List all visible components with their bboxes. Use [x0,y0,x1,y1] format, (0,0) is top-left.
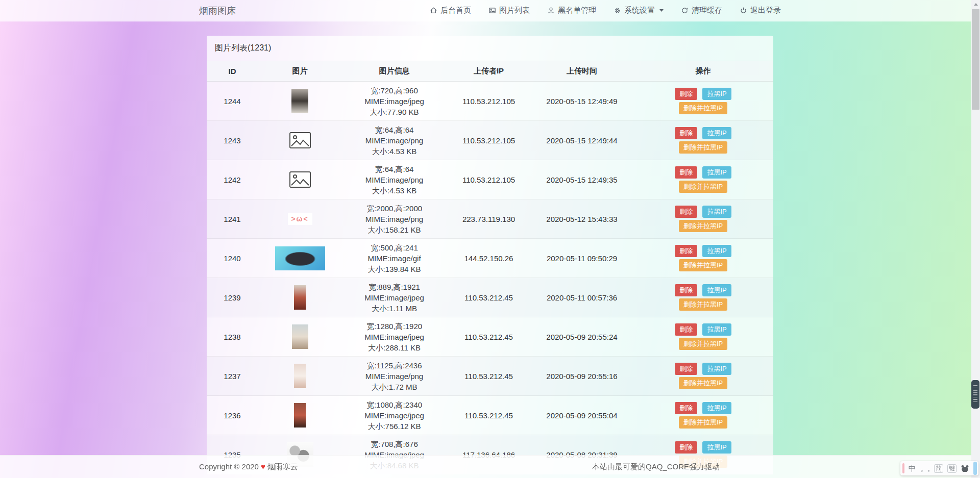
delete-button[interactable]: 删除 [675,402,697,414]
image-id: 1241 [207,199,258,239]
delete-button[interactable]: 删除 [675,245,697,257]
delete-and-blacklist-button[interactable]: 删除并拉黑IP [679,338,727,350]
delete-and-blacklist-button[interactable]: 删除并拉黑IP [679,102,727,114]
delete-button[interactable]: 删除 [675,323,697,336]
image-id: 1238 [207,317,258,357]
broken-image-icon [289,171,311,188]
header-uploader-ip: 上传者IP [447,61,531,82]
nav-item-blacklist[interactable]: 黑名单管理 [547,6,596,15]
blacklist-ip-button[interactable]: 拉黑IP [702,402,731,414]
delete-button[interactable]: 删除 [675,363,697,375]
nav-item-settings[interactable]: 系统设置 [614,6,664,15]
ime-toolbar[interactable]: 中 。, 简 键 [900,461,978,475]
blacklist-ip-button[interactable]: 拉黑IP [702,363,731,375]
image-id: 1242 [207,160,258,199]
uploader-ip: 110.53.212.45 [447,317,531,357]
thumbnail-image[interactable] [291,89,308,113]
header-id: ID [207,61,258,82]
upload-time: 2020-05-12 15:43:33 [531,199,633,239]
delete-and-blacklist-button[interactable]: 删除并拉黑IP [679,220,727,232]
delete-and-blacklist-button[interactable]: 删除并拉黑IP [679,141,727,154]
thumbnail-image[interactable] [289,171,311,188]
ime-keyboard[interactable]: 键 [947,464,957,473]
table-row: 1244 宽:720,高:960MIME:image/jpeg大小:77.90 … [207,82,773,121]
blacklist-ip-button[interactable]: 拉黑IP [702,166,731,179]
header-image-info: 图片信息 [342,61,447,82]
thumbnail-image[interactable]: >ω< [288,213,312,225]
thumbnail-image[interactable] [294,285,306,310]
table-header-row: ID 图片 图片信息 上传者IP 上传时间 操作 [207,61,773,82]
uploader-ip: 110.53.212.105 [447,82,531,121]
image-id: 1244 [207,82,258,121]
thumbnail-image[interactable] [292,324,308,349]
header-upload-time: 上传时间 [531,61,633,82]
ime-mode-chinese[interactable]: 中 [909,464,916,473]
nav-item-clear-cache[interactable]: 清理缓存 [681,6,722,15]
nav-menu: 后台首页 图片列表 黑名单管理 系统设置 清理缓存 退出登录 [430,6,781,15]
image-info: 宽:889,高:1921MIME:image/jpeg大小:1.11 MB [342,278,447,317]
uploader-ip: 110.53.212.45 [447,357,531,396]
delete-and-blacklist-button[interactable]: 删除并拉黑IP [679,377,727,389]
uploader-ip: 144.52.150.26 [447,239,531,278]
thumbnail-image[interactable] [294,403,306,427]
ime-punctuation[interactable]: 。, [920,464,930,473]
blacklist-ip-button[interactable]: 拉黑IP [702,284,731,296]
image-icon [488,7,496,14]
uploader-ip: 110.53.212.105 [447,121,531,160]
image-id: 1239 [207,278,258,317]
delete-button[interactable]: 删除 [675,284,697,296]
nav-item-image-list[interactable]: 图片列表 [488,6,530,15]
image-id: 1240 [207,239,258,278]
power-icon [740,7,747,14]
blacklist-ip-button[interactable]: 拉黑IP [702,206,731,218]
table-row: 1237 宽:1125,高:2436MIME:image/png大小:1.72 … [207,357,773,396]
table-row: 1239 宽:889,高:1921MIME:image/jpeg大小:1.11 … [207,278,773,317]
scrollbar-thumb[interactable] [972,9,979,110]
heart-icon: ♥ [261,462,265,471]
home-icon [430,7,437,14]
table-row: 1236 宽:1080,高:2340MIME:image/jpeg大小:756.… [207,396,773,435]
actions-cell: 删除 拉黑IP 删除并拉黑IP [633,278,773,317]
blacklist-ip-button[interactable]: 拉黑IP [702,441,731,454]
delete-button[interactable]: 删除 [675,166,697,179]
nav-item-dashboard[interactable]: 后台首页 [430,6,471,15]
image-id: 1237 [207,357,258,396]
blacklist-ip-button[interactable]: 拉黑IP [702,323,731,336]
blacklist-ip-button[interactable]: 拉黑IP [702,245,731,257]
table-row: 1241 >ω< 宽:2000,高:2000MIME:image/png大小:1… [207,199,773,239]
table-row: 1243 宽:64,高:64MIME:image/png大小:4.53 KB 1… [207,121,773,160]
blacklist-ip-button[interactable]: 拉黑IP [702,88,731,100]
delete-button[interactable]: 删除 [675,127,697,139]
delete-and-blacklist-button[interactable]: 删除并拉黑IP [679,298,727,311]
thumbnail-image[interactable] [275,246,325,270]
ime-right-bar[interactable] [973,462,977,475]
nav-item-logout[interactable]: 退出登录 [740,6,781,15]
upload-time: 2020-05-11 09:50:29 [531,239,633,278]
thumbnail-image[interactable] [294,364,306,388]
emoji-text: >ω< [291,215,308,223]
ime-panda-icon[interactable] [961,465,969,472]
upload-time: 2020-05-15 12:49:44 [531,121,633,160]
side-panel-handle[interactable] [971,380,979,409]
thumbnail-image[interactable] [289,132,311,149]
delete-and-blacklist-button[interactable]: 删除并拉黑IP [679,259,727,271]
delete-button[interactable]: 删除 [675,441,697,454]
user-icon [547,7,555,14]
broken-image-icon [289,132,311,149]
upload-time: 2020-05-09 20:55:16 [531,357,633,396]
delete-and-blacklist-button[interactable]: 删除并拉黑IP [679,181,727,193]
delete-button[interactable]: 删除 [675,206,697,218]
image-info: 宽:1125,高:2436MIME:image/png大小:1.72 MB [342,357,447,396]
scrollbar-up-arrow[interactable] [971,0,980,9]
ime-simplified[interactable]: 简 [934,464,943,473]
delete-button[interactable]: 删除 [675,88,697,100]
blacklist-ip-button[interactable]: 拉黑IP [702,127,731,139]
image-info: 宽:720,高:960MIME:image/jpeg大小:77.90 KB [342,82,447,121]
brand-title[interactable]: 烟雨图床 [199,5,236,17]
uploader-ip: 110.53.212.45 [447,278,531,317]
actions-cell: 删除 拉黑IP 删除并拉黑IP [633,199,773,239]
navbar: 烟雨图床 后台首页 图片列表 黑名单管理 系统设置 清理缓存 [0,0,980,21]
actions-cell: 删除 拉黑IP 删除并拉黑IP [633,121,773,160]
delete-and-blacklist-button[interactable]: 删除并拉黑IP [679,416,727,429]
table-body: 1244 宽:720,高:960MIME:image/jpeg大小:77.90 … [207,82,773,474]
